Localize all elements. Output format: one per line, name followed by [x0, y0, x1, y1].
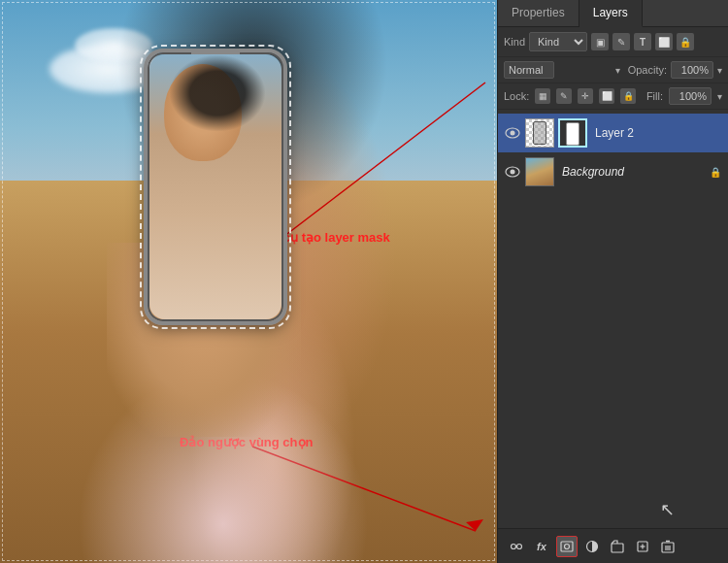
opacity-label: Opacity:	[628, 64, 667, 76]
svg-point-4	[511, 131, 515, 136]
svg-rect-10	[561, 542, 573, 551]
fx-label: fx	[537, 541, 546, 552]
svg-point-7	[512, 544, 516, 548]
new-layer-button[interactable]	[632, 536, 653, 557]
fx-button[interactable]: fx	[531, 536, 552, 557]
phone-frame	[144, 49, 287, 325]
delete-layer-button[interactable]	[657, 536, 678, 557]
lock-artboard-icon[interactable]: ⬜	[599, 88, 614, 104]
blend-mode-select[interactable]: Normal Dissolve Multiply Screen Overlay	[504, 61, 554, 79]
tab-properties[interactable]: Properties	[498, 0, 579, 26]
background-thumb	[525, 157, 554, 186]
tab-layers[interactable]: Layers	[579, 0, 643, 27]
background-name: Background	[558, 165, 705, 179]
layer-item-background[interactable]: Background 🔒	[498, 152, 728, 191]
link-layers-button[interactable]	[506, 536, 527, 557]
new-group-button[interactable]	[607, 536, 628, 557]
kind-filter-row: Kind Kind ▣ ✎ T ⬜ 🔒	[498, 27, 728, 57]
layers-list: Layer 2 Background 🔒	[498, 110, 728, 489]
type-filter-icon[interactable]: T	[634, 33, 651, 50]
canvas-background: Công cụ tạo layer mask Đảo ngược vùng ch…	[0, 0, 497, 563]
shape-filter-icon[interactable]: ⬜	[655, 33, 673, 50]
create-adjustment-button[interactable]	[581, 536, 603, 557]
pixel-filter-icon[interactable]: ▣	[591, 33, 609, 50]
svg-point-8	[517, 544, 522, 548]
layer2-name: Layer 2	[591, 126, 722, 140]
opacity-input[interactable]	[671, 61, 713, 79]
phone-screen	[149, 54, 281, 319]
hair-in-phone	[169, 54, 266, 132]
background-lock-icon: 🔒	[709, 165, 722, 179]
cursor-area: ↖	[498, 489, 728, 528]
blend-opacity-row: Normal Dissolve Multiply Screen Overlay …	[498, 57, 728, 83]
adjustment-filter-icon[interactable]: ✎	[612, 33, 630, 50]
opacity-dropdown-arrow[interactable]: ▾	[717, 65, 722, 76]
layer2-mask-thumb	[558, 118, 587, 148]
layer2-main-thumb	[525, 118, 554, 148]
visibility-icon-layer2[interactable]	[504, 124, 521, 142]
layers-bottom-toolbar: fx	[498, 528, 728, 563]
cursor-pointer: ↖	[660, 499, 675, 520]
layers-panel: Properties Layers Kind Kind ▣ ✎ T ⬜ 🔒 No…	[497, 0, 728, 563]
svg-point-6	[511, 170, 515, 175]
lock-transparent-icon[interactable]: ▦	[535, 88, 550, 104]
lock-image-icon[interactable]: ✎	[556, 88, 572, 104]
blend-mode-wrapper: Normal Dissolve Multiply Screen Overlay	[504, 61, 624, 79]
svg-point-11	[565, 544, 570, 548]
lock-position-icon[interactable]: ✛	[578, 88, 593, 104]
visibility-icon-background[interactable]	[504, 163, 521, 181]
lock-all-icon[interactable]: 🔒	[620, 88, 636, 104]
smart-filter-icon[interactable]: 🔒	[677, 33, 694, 50]
canvas-area: Công cụ tạo layer mask Đảo ngược vùng ch…	[0, 0, 497, 563]
kind-select[interactable]: Kind	[529, 32, 587, 51]
add-mask-button[interactable]	[556, 536, 578, 557]
lock-label: Lock:	[504, 90, 529, 102]
layer-item-layer2[interactable]: Layer 2	[498, 114, 728, 152]
lock-fill-row: Lock: ▦ ✎ ✛ ⬜ 🔒 Fill: ▾	[498, 83, 728, 110]
fill-dropdown-arrow[interactable]: ▾	[717, 91, 722, 102]
kind-label: Kind	[504, 36, 525, 48]
fill-input[interactable]	[669, 87, 711, 105]
panel-tabs: Properties Layers	[498, 0, 728, 27]
svg-rect-13	[612, 544, 623, 552]
fill-label: Fill:	[646, 90, 663, 102]
